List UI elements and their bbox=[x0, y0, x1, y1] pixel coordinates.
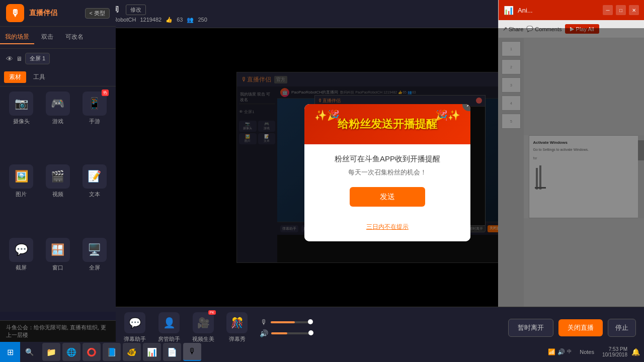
video-label: 视频 bbox=[52, 191, 63, 198]
manager-icon: 👤 bbox=[158, 312, 180, 333]
notification-icon[interactable]: 🔔 bbox=[631, 348, 640, 356]
bottom-left-status: 斗鱼公会：给你无限可能, 直播有组织, 更上一层楼 bbox=[0, 320, 116, 342]
popup-send-button[interactable]: 发送 bbox=[350, 187, 425, 207]
mat-item-text[interactable]: 📝 文本 bbox=[78, 164, 111, 233]
fullscreen-label: 全屏 bbox=[89, 264, 100, 272]
scene-full-label[interactable]: 全屏 1 bbox=[25, 53, 50, 64]
volume-slider-fill bbox=[271, 332, 287, 334]
taskbar-app-chrome[interactable]: ⭕ bbox=[83, 343, 101, 361]
popup-skip-link[interactable]: 三日内不在提示 bbox=[366, 223, 409, 230]
control-danmuxiu[interactable]: 🎊 弹幕秀 bbox=[226, 312, 248, 343]
sidebar-nav-dual[interactable]: 双击 bbox=[36, 31, 58, 44]
action-buttons: 暂时离开 关闭直播 停止 bbox=[508, 319, 636, 337]
end-broadcast-button[interactable]: 关闭直播 bbox=[558, 319, 603, 336]
start-button[interactable]: ⊞ bbox=[0, 342, 20, 362]
away-button[interactable]: 暂时离开 bbox=[508, 319, 553, 337]
tray-volume-icon: 🔊 bbox=[557, 348, 565, 355]
viewers-icon: 👥 bbox=[187, 17, 194, 23]
taskbar-right: 📶 🔊 中 Notes 7:53 PM 10/19/2018 🔔 bbox=[548, 346, 644, 357]
video-icon: 🎬 bbox=[51, 170, 64, 183]
text-label: 文本 bbox=[89, 191, 100, 198]
audio-section: 🎙 🔊 bbox=[260, 318, 311, 337]
stop-button[interactable]: 停止 bbox=[608, 319, 636, 337]
control-video[interactable]: 🎥 PK 视频生美 bbox=[192, 312, 214, 343]
likes-count: 63 bbox=[177, 17, 183, 23]
mat-item-mobile[interactable]: 📱 热 手游 bbox=[78, 92, 111, 160]
taskbar-apps: 📁 🌐 ⭕ 📘 🐠 📊 📄 🎙 bbox=[38, 343, 205, 361]
video-beauty-icon: 🎥 PK bbox=[193, 312, 214, 333]
ppt-controls: ─ □ ✕ bbox=[603, 5, 639, 15]
broadcast-reminder-popup: ✨🎉 给粉丝发送开播提醒 🎉✨ ✕ 粉丝可在斗鱼APP收到开播提醒 每天一次召集… bbox=[304, 104, 470, 241]
taskbar-app-douyu[interactable]: 🐠 bbox=[123, 343, 141, 361]
viewers-count: 250 bbox=[198, 17, 207, 23]
tray-network-icon: 📶 bbox=[548, 348, 555, 355]
taskbar-app-word[interactable]: 📘 bbox=[103, 343, 121, 361]
tab-tools[interactable]: 工具 bbox=[28, 71, 50, 83]
mat-item-camera[interactable]: 📷 摄像头 bbox=[5, 92, 38, 160]
mobile-badge: 热 bbox=[102, 89, 109, 96]
volume-slider[interactable] bbox=[271, 332, 311, 334]
edit-channel-button[interactable]: 修改 bbox=[126, 5, 146, 15]
vol-row: 🔊 bbox=[260, 329, 311, 337]
logo-icon: 🎙 bbox=[6, 4, 24, 22]
sidebar-header: 🎙 直播伴侣 < 类型 bbox=[0, 0, 116, 27]
image-icon-box: 🖼️ bbox=[9, 164, 33, 189]
taskbar: ⊞ 🔍 📁 🌐 ⭕ 📘 🐠 📊 📄 🎙 📶 🔊 中 Notes 7:53 PM … bbox=[0, 342, 644, 362]
mic-slider-fill bbox=[271, 321, 295, 323]
tray-lang-icon: 中 bbox=[567, 348, 572, 355]
sidebar-nav-my-scene[interactable]: 我的场景 bbox=[0, 31, 34, 44]
control-manager[interactable]: 👤 房管助手 bbox=[158, 312, 180, 343]
taskbar-app-edge[interactable]: 🌐 bbox=[62, 343, 80, 361]
mat-item-video[interactable]: 🎬 视频 bbox=[42, 164, 74, 233]
mat-item-screenshot[interactable]: 💬 截屏 bbox=[5, 238, 38, 307]
fans-count: 1219482 bbox=[140, 17, 162, 23]
ppt-header: 📊 Ani... ─ □ ✕ bbox=[499, 0, 644, 20]
popup-banner: ✨🎉 给粉丝发送开播提醒 🎉✨ bbox=[304, 104, 470, 144]
banner-deco-left: ✨🎉 bbox=[314, 109, 340, 121]
ppt-minimize-button[interactable]: ─ bbox=[603, 5, 613, 15]
taskbar-app-ppt[interactable]: 📊 bbox=[143, 343, 161, 361]
camera-icon: 📷 bbox=[15, 97, 28, 110]
ppt-close-button[interactable]: ✕ bbox=[629, 5, 639, 15]
mat-item-game[interactable]: 🎮 游戏 bbox=[42, 92, 74, 160]
mobile-label: 手游 bbox=[89, 118, 100, 125]
window-label: 窗口 bbox=[52, 264, 63, 272]
broadcast-popup-container: ✨🎉 给粉丝发送开播提醒 🎉✨ ✕ 粉丝可在斗鱼APP收到开播提醒 每天一次召集… bbox=[116, 28, 644, 307]
ppt-maximize-button[interactable]: □ bbox=[616, 5, 626, 15]
mobile-icon: 📱 bbox=[88, 97, 101, 110]
thumbs-icon: 👍 bbox=[166, 17, 173, 23]
screenshot-icon-box: 💬 bbox=[9, 238, 33, 262]
mic-slider[interactable] bbox=[271, 321, 311, 323]
logo-text: 直播伴侣 bbox=[29, 9, 57, 18]
sidebar-nav-rename[interactable]: 可改名 bbox=[60, 31, 89, 44]
taskbar-app-acrobat[interactable]: 📄 bbox=[163, 343, 181, 361]
notes-button[interactable]: Notes bbox=[576, 347, 598, 357]
popup-body: 粉丝可在斗鱼APP收到开播提醒 每天一次召集粉丝的机会！ 发送 三日内不在提示 bbox=[304, 144, 470, 241]
banner-deco-right: 🎉✨ bbox=[435, 109, 460, 121]
mat-item-image[interactable]: 🖼️ 图片 bbox=[5, 164, 38, 233]
fullscreen-icon: 🖥️ bbox=[88, 243, 101, 256]
tab-material[interactable]: 素材 bbox=[4, 71, 26, 83]
system-tray: 📶 🔊 中 bbox=[548, 348, 572, 355]
danmuxiu-icon: 🎊 bbox=[226, 312, 248, 333]
ppt-app-icon: 📊 bbox=[504, 6, 514, 15]
screenshot-icon: 💬 bbox=[15, 243, 28, 256]
monitor-icon: 🖥 bbox=[16, 55, 22, 62]
control-danmu[interactable]: 💬 弹幕助手 bbox=[124, 312, 146, 343]
window-icon: 🪟 bbox=[51, 243, 64, 256]
mat-item-window[interactable]: 🪟 窗口 bbox=[42, 238, 74, 307]
scene-area: 👁 🖥 全屏 1 bbox=[0, 49, 116, 68]
status-message: 斗鱼公会：给你无限可能, 直播有组织, 更上一层楼 bbox=[6, 324, 106, 338]
game-icon-box: 🎮 bbox=[46, 92, 70, 116]
ppt-title: Ani... bbox=[518, 7, 599, 14]
text-icon-box: 📝 bbox=[83, 164, 107, 189]
type-button[interactable]: < 类型 bbox=[85, 8, 110, 19]
popup-subtitle: 每天一次召集粉丝的机会！ bbox=[316, 168, 458, 177]
sidebar-nav: 我的场景 双击 可改名 bbox=[0, 27, 116, 49]
camera-label: 摄像头 bbox=[13, 118, 30, 125]
search-button[interactable]: 🔍 bbox=[20, 343, 38, 361]
fullscreen-icon-box: 🖥️ bbox=[83, 238, 107, 262]
taskbar-app-broadcast[interactable]: 🎙 bbox=[183, 343, 201, 361]
taskbar-app-file[interactable]: 📁 bbox=[42, 343, 60, 361]
mat-item-fullscreen[interactable]: 🖥️ 全屏 bbox=[78, 238, 111, 307]
